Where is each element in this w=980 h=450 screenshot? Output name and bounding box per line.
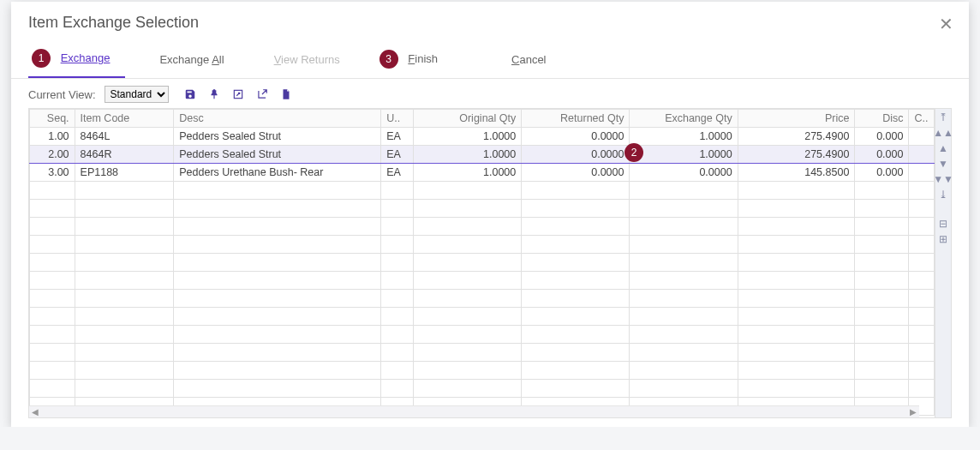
grid-scroll: Seq. Item Code Desc U.. Original Qty Ret…	[29, 109, 935, 417]
col-desc[interactable]: Desc	[174, 110, 381, 128]
tab-cancel-key: C	[511, 53, 519, 66]
tab-view-returns-post: iew Returns	[281, 53, 340, 66]
cell-c[interactable]	[909, 164, 935, 182]
close-icon[interactable]: ✕	[934, 10, 959, 38]
collapse-row-icon[interactable]: ⊟	[939, 219, 947, 229]
table-row	[30, 218, 935, 236]
move-top-icon[interactable]: ⤒	[939, 112, 947, 123]
dialog-title: Item Exchange Selection	[11, 2, 969, 40]
grid-side-actions: ⤒ ▲▲ ▲ ▼ ▼▼ ⤓ ⊟ ⊞	[935, 109, 951, 417]
cell-oqty[interactable]: 1.0000	[414, 146, 522, 164]
document-icon[interactable]	[280, 88, 292, 100]
cell-eqty[interactable]: 1.0000	[630, 146, 738, 164]
cell-seq[interactable]: 1.00	[30, 128, 75, 146]
col-oqty[interactable]: Original Qty	[414, 110, 522, 128]
move-down-bulk-icon[interactable]: ▼▼	[933, 174, 953, 184]
col-eqty[interactable]: Exchange Qty	[630, 110, 738, 128]
table-row	[30, 182, 935, 200]
col-c[interactable]: C..	[909, 110, 935, 128]
tab-finish[interactable]: 3 Finish	[374, 41, 453, 77]
expand-icon[interactable]	[232, 88, 244, 100]
callout-1-badge: 1	[32, 49, 51, 68]
col-disc[interactable]: Disc	[855, 110, 909, 128]
table-row	[30, 344, 935, 362]
cell-rqty[interactable]: 0.0000	[522, 164, 630, 182]
cell-rqty[interactable]: 0.0000	[522, 128, 630, 146]
col-seq[interactable]: Seq.	[30, 110, 75, 128]
tab-view-returns-key: V	[274, 53, 281, 66]
tab-exchange-all-post: ll	[219, 53, 224, 66]
cell-disc[interactable]: 0.000	[855, 146, 909, 164]
cell-eqty[interactable]: 0.0000	[630, 164, 738, 182]
cell-uom[interactable]: EA	[381, 128, 414, 146]
table-row[interactable]: 3.00EP1188Pedders Urethane Bush- RearEA1…	[30, 164, 935, 182]
col-item[interactable]: Item Code	[75, 110, 174, 128]
grid-header-row: Seq. Item Code Desc U.. Original Qty Ret…	[30, 110, 935, 128]
scroll-right-icon[interactable]: ▶	[910, 407, 917, 417]
move-bottom-icon[interactable]: ⤓	[939, 189, 947, 200]
cell-desc[interactable]: Pedders Urethane Bush- Rear	[174, 164, 381, 182]
move-down-icon[interactable]: ▼	[938, 159, 948, 169]
move-up-bulk-icon[interactable]: ▲▲	[933, 128, 953, 138]
tab-exchange-label: Exchange	[61, 51, 111, 64]
grid-table[interactable]: Seq. Item Code Desc U.. Original Qty Ret…	[29, 109, 935, 416]
cell-rqty[interactable]: 0.0000	[522, 146, 630, 164]
grid-area: Seq. Item Code Desc U.. Original Qty Ret…	[28, 108, 952, 418]
export-icon[interactable]	[256, 88, 268, 100]
col-uom[interactable]: U..	[381, 110, 414, 128]
cell-price[interactable]: 145.8500	[738, 164, 855, 182]
scroll-left-icon[interactable]: ◀	[32, 407, 39, 417]
table-row[interactable]: 1.008464LPedders Sealed StrutEA1.00000.0…	[30, 128, 935, 146]
cell-item[interactable]: EP1188	[75, 164, 174, 182]
cell-price[interactable]: 275.4900	[738, 146, 855, 164]
grid-toolbar: Current View: Standard	[11, 79, 969, 108]
tab-exchange-all-pre: Exchange	[159, 53, 212, 66]
pin-icon[interactable]	[208, 88, 220, 100]
command-bar: 1 Exchange Exchange All View Returns 3 F…	[11, 40, 969, 79]
table-row	[30, 362, 935, 380]
cell-price[interactable]: 275.4900	[738, 128, 855, 146]
item-exchange-dialog: Item Exchange Selection ✕ 1 Exchange Exc…	[11, 2, 969, 427]
cell-seq[interactable]: 2.00	[30, 146, 75, 164]
cell-uom[interactable]: EA	[381, 164, 414, 182]
horizontal-scrollbar[interactable]: ◀ ▶	[29, 405, 919, 417]
move-up-icon[interactable]: ▲	[938, 143, 948, 153]
cell-c[interactable]	[909, 146, 935, 164]
cell-desc[interactable]: Pedders Sealed Strut	[174, 128, 381, 146]
cell-desc[interactable]: Pedders Sealed Strut	[174, 146, 381, 164]
tab-cancel[interactable]: Cancel	[496, 45, 561, 75]
current-view-label: Current View:	[28, 88, 96, 101]
cell-oqty[interactable]: 1.0000	[414, 164, 522, 182]
table-row[interactable]: 2.008464RPedders Sealed StrutEA1.00000.0…	[30, 146, 935, 164]
tab-exchange[interactable]: 1 Exchange	[28, 40, 125, 78]
cell-oqty[interactable]: 1.0000	[414, 128, 522, 146]
cell-c[interactable]	[909, 128, 935, 146]
table-row	[30, 254, 935, 272]
cell-disc[interactable]: 0.000	[855, 128, 909, 146]
cell-eqty[interactable]: 1.0000	[630, 128, 738, 146]
table-row	[30, 200, 935, 218]
callout-3-badge: 3	[379, 50, 398, 69]
cell-uom[interactable]: EA	[381, 146, 414, 164]
table-row	[30, 326, 935, 344]
table-row	[30, 236, 935, 254]
tab-cancel-post: ancel	[519, 53, 546, 66]
cell-item[interactable]: 8464L	[75, 128, 174, 146]
col-rqty[interactable]: Returned Qty	[522, 110, 630, 128]
tab-exchange-all-key: A	[212, 53, 219, 66]
tab-exchange-all[interactable]: Exchange All	[144, 45, 239, 75]
save-icon[interactable]	[184, 88, 196, 100]
col-price[interactable]: Price	[738, 110, 855, 128]
callout-2-badge: 2	[624, 143, 643, 162]
table-row	[30, 308, 935, 326]
toolbar-icons	[184, 88, 292, 100]
table-row	[30, 290, 935, 308]
tab-view-returns: View Returns	[259, 45, 356, 75]
table-row	[30, 272, 935, 290]
current-view-select[interactable]: Standard	[105, 86, 169, 103]
tab-finish-post: inish	[415, 52, 438, 65]
cell-disc[interactable]: 0.000	[855, 164, 909, 182]
expand-row-icon[interactable]: ⊞	[939, 234, 947, 244]
cell-seq[interactable]: 3.00	[30, 164, 75, 182]
cell-item[interactable]: 8464R	[75, 146, 174, 164]
